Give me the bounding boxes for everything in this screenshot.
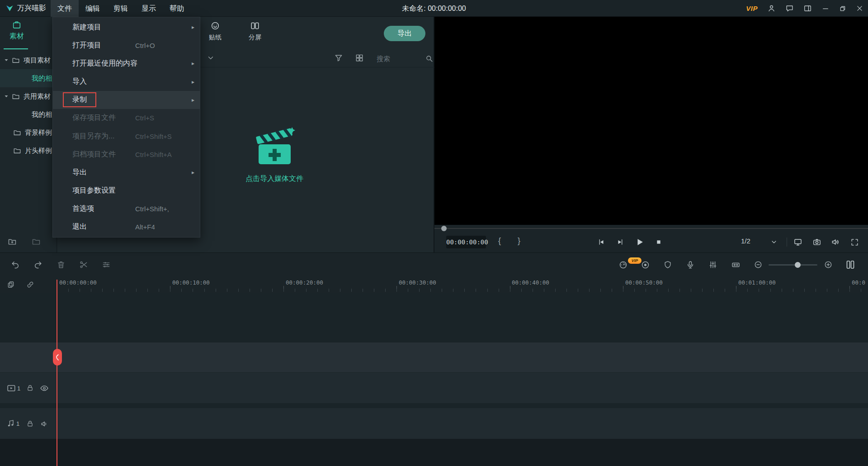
import-media-dropzone[interactable]: 点击导入媒体文件 [229, 124, 320, 197]
menu-item-new-project[interactable]: 新建项目 ▸ [53, 18, 200, 36]
mute-speaker-icon[interactable] [40, 419, 49, 428]
overlay-track-lane[interactable] [0, 342, 868, 372]
adjust-button[interactable] [100, 259, 112, 271]
display-device-button[interactable] [792, 236, 804, 248]
previous-frame-button[interactable] [595, 236, 607, 248]
zoom-out-button[interactable] [752, 259, 764, 271]
fit-timeline-button[interactable] [730, 259, 741, 271]
track-view-toggle[interactable] [844, 259, 856, 271]
expander-down-icon[interactable] [4, 94, 9, 99]
search-input[interactable] [377, 55, 425, 62]
minimize-icon[interactable] [821, 5, 830, 13]
vip-feature-badge: VIP [628, 257, 642, 264]
sticker-tool[interactable]: 贴纸 [199, 21, 231, 42]
zoom-in-button[interactable] [822, 259, 834, 271]
menu-item-label: 导入 [72, 77, 87, 86]
menu-item-open-recent[interactable]: 打开最近使用的内容 ▸ [53, 54, 200, 72]
menu-item-exit[interactable]: 退出 Alt+F4 [53, 218, 200, 236]
delete-folder-button[interactable] [32, 237, 41, 246]
chevron-down-icon [770, 238, 778, 246]
stop-button[interactable] [653, 236, 665, 248]
audio-track-lane[interactable] [0, 408, 868, 439]
tree-item-label: 片头样例 [25, 147, 52, 155]
ruler-label: 00:00:30:00 [399, 279, 436, 286]
menu-item-shortcut: Ctrl+Shift+, [135, 205, 169, 213]
menu-view[interactable]: 显示 [135, 0, 163, 17]
menu-edit[interactable]: 编辑 [79, 0, 107, 17]
menu-item-open-project[interactable]: 打开项目 Ctrl+O [53, 36, 200, 54]
eye-icon[interactable] [40, 384, 49, 393]
split-clip-button[interactable] [78, 259, 90, 271]
tree-item-intro-samples[interactable]: 片头样例 [0, 142, 57, 160]
snapshot-button[interactable] [811, 236, 823, 248]
search-icon[interactable] [425, 54, 434, 63]
menu-item-project-settings[interactable]: 项目参数设置 [53, 182, 200, 200]
video-viewport[interactable] [434, 17, 868, 225]
speed-ramping-button[interactable] [617, 259, 629, 271]
undo-button[interactable] [9, 259, 21, 271]
split-screen-tool[interactable]: 分屏 [239, 21, 271, 42]
menu-item-archive-project: 归档项目文件 Ctrl+Shift+A [53, 145, 200, 163]
playhead-line[interactable] [57, 280, 57, 466]
quality-dropdown[interactable]: 1/2 [741, 237, 750, 245]
tree-item-my-album-selected[interactable]: 我的相册 [0, 69, 57, 87]
new-folder-button[interactable] [8, 237, 17, 246]
chevron-down-icon[interactable] [207, 54, 215, 62]
volume-button[interactable] [830, 236, 841, 248]
sticker-label: 贴纸 [199, 33, 231, 42]
import-hint-text: 点击导入媒体文件 [229, 174, 320, 184]
quality-dropdown-arrow[interactable] [768, 236, 780, 248]
export-button[interactable]: 导出 [384, 26, 425, 41]
tree-item-background-samples[interactable]: 背景样例 [0, 124, 57, 142]
menu-item-record[interactable]: 录制 ▸ [53, 91, 200, 109]
lock-icon[interactable] [26, 384, 34, 392]
preview-seekbar[interactable] [434, 225, 868, 232]
video-track-lane[interactable] [0, 373, 868, 403]
redo-button[interactable] [32, 259, 44, 271]
lock-icon[interactable] [26, 420, 34, 428]
tab-media[interactable]: 素材 [5, 20, 29, 41]
folder-icon [32, 237, 41, 246]
close-icon[interactable] [856, 5, 863, 12]
app-name: 万兴喵影 [17, 4, 46, 13]
menu-clip[interactable]: 剪辑 [107, 0, 135, 17]
expander-down-icon[interactable] [4, 57, 9, 63]
restore-icon[interactable] [839, 5, 846, 12]
menu-item-import[interactable]: 导入 ▸ [53, 73, 200, 91]
tree-item-project-media[interactable]: 项目素材 [0, 51, 57, 69]
tree-item-my-album[interactable]: 我的相册 [0, 105, 57, 124]
menu-file[interactable]: 文件 [51, 0, 79, 17]
mark-in-button[interactable]: { [498, 236, 501, 246]
account-icon[interactable] [767, 4, 776, 13]
mark-out-button[interactable]: } [518, 236, 520, 246]
audio-mixer-button[interactable] [707, 259, 719, 271]
next-frame-button[interactable] [614, 236, 626, 248]
folder-tree: 项目素材 我的相册 共用素材 我的相册 背景样例 片头样例 [0, 51, 57, 160]
ruler-label: 00:00:50:00 [625, 279, 663, 286]
vip-badge[interactable]: VIP [746, 5, 758, 12]
media-library-icon [12, 20, 22, 30]
seekbar-handle[interactable] [441, 226, 447, 231]
zoom-slider-handle[interactable] [795, 262, 801, 268]
fullscreen-button[interactable] [849, 236, 860, 248]
menu-item-export[interactable]: 导出 ▸ [53, 163, 200, 181]
menu-item-preferences[interactable]: 首选项 Ctrl+Shift+, [53, 200, 200, 218]
playhead-handle[interactable] [53, 349, 62, 366]
folder-plus-icon [8, 237, 17, 246]
filter-icon[interactable] [334, 53, 343, 62]
menu-help[interactable]: 帮助 [163, 0, 191, 17]
layout-icon[interactable] [803, 4, 812, 13]
zoom-slider-track[interactable] [769, 264, 817, 266]
menu-item-save-project: 保存项目文件 Ctrl+S [53, 109, 200, 127]
tree-item-shared-media[interactable]: 共用素材 [0, 87, 57, 105]
grid-view-icon[interactable] [355, 53, 364, 62]
timeline-ruler[interactable]: 00:00:00:00 00:00:10:00 00:00:20:00 00:0… [0, 276, 868, 293]
feedback-icon[interactable] [785, 4, 794, 13]
play-button[interactable] [634, 236, 646, 248]
delete-button[interactable] [55, 259, 67, 271]
link-icon[interactable] [26, 281, 34, 289]
voiceover-button[interactable] [684, 259, 696, 271]
marker-button[interactable] [662, 259, 674, 271]
duplicate-icon[interactable] [7, 281, 15, 289]
menu-item-shortcut: Ctrl+O [135, 42, 155, 49]
